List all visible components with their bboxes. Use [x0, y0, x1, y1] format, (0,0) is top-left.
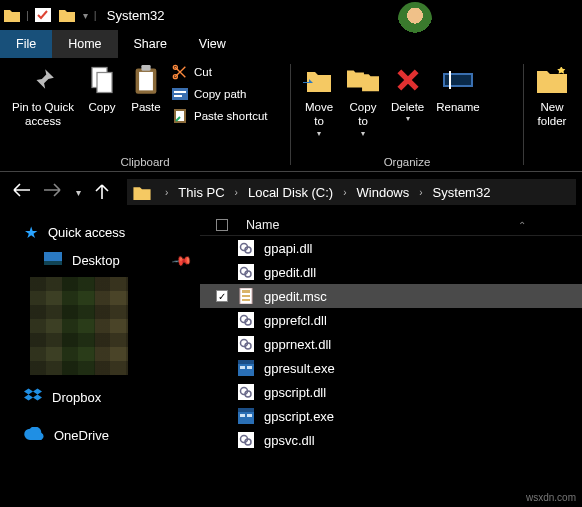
- file-row[interactable]: ✓gpedit.msc: [200, 284, 582, 308]
- new-folder-label: New folder: [538, 100, 567, 129]
- copy-to-label: Copy to: [350, 100, 377, 129]
- new-folder-button[interactable]: New folder: [530, 62, 574, 131]
- paste-label: Paste: [131, 100, 160, 114]
- ribbon: Pin to Quick access Copy Paste Cut: [0, 58, 582, 172]
- file-type-icon: [238, 360, 254, 376]
- file-row[interactable]: gpedit.dll: [200, 260, 582, 284]
- svg-rect-4: [139, 72, 153, 90]
- svg-rect-37: [247, 366, 252, 369]
- navigation-bar: ▾ › This PC › Local Disk (C:) › Windows …: [0, 172, 582, 212]
- sidebar-item-dropbox[interactable]: Dropbox: [0, 383, 200, 412]
- menu-home[interactable]: Home: [52, 30, 117, 58]
- file-row[interactable]: gpprefcl.dll: [200, 308, 582, 332]
- select-all-checkbox[interactable]: [216, 219, 228, 231]
- file-name: gpprnext.dll: [264, 337, 331, 352]
- copy-path-label: Copy path: [194, 88, 246, 100]
- file-row[interactable]: gpprnext.dll: [200, 332, 582, 356]
- chevron-right-icon[interactable]: ›: [337, 187, 352, 198]
- svg-rect-9: [174, 91, 186, 93]
- rename-button[interactable]: Rename: [430, 62, 485, 116]
- file-name: gpsvc.dll: [264, 433, 315, 448]
- menu-view[interactable]: View: [183, 30, 242, 58]
- copy-label: Copy: [89, 100, 116, 114]
- rename-icon: [442, 64, 474, 96]
- delete-button[interactable]: Delete ▾: [385, 62, 430, 126]
- row-checkbox[interactable]: ✓: [216, 290, 228, 302]
- svg-rect-36: [240, 366, 245, 369]
- qat-dropdown-icon[interactable]: ▾: [83, 10, 88, 21]
- avatar-image: [398, 2, 432, 36]
- desktop-thumbnail[interactable]: [30, 277, 128, 375]
- main-area: ★ Quick access Desktop 📌 Dropbox OneDriv…: [0, 212, 582, 507]
- move-to-button[interactable]: Move to ▾: [297, 62, 341, 141]
- onedrive-label: OneDrive: [54, 428, 109, 443]
- copy-to-button[interactable]: Copy to ▾: [341, 62, 385, 141]
- column-name[interactable]: Name: [246, 218, 279, 232]
- file-list: Name ⌃ gpapi.dllgpedit.dll✓gpedit.mscgpp…: [200, 212, 582, 507]
- folder-icon: [4, 8, 20, 22]
- paste-shortcut-label: Paste shortcut: [194, 110, 268, 122]
- copy-path-button[interactable]: Copy path: [172, 86, 268, 102]
- chevron-right-icon[interactable]: ›: [159, 187, 174, 198]
- desktop-label: Desktop: [72, 253, 120, 268]
- back-button[interactable]: [12, 183, 30, 202]
- file-type-icon: [238, 408, 254, 424]
- file-row[interactable]: gpscript.dll: [200, 380, 582, 404]
- history-dropdown-icon[interactable]: ▾: [76, 187, 81, 198]
- file-type-icon: [238, 288, 254, 304]
- svg-rect-17: [44, 261, 62, 265]
- watermark: wsxdn.com: [526, 492, 576, 503]
- svg-rect-15: [449, 71, 451, 89]
- paste-shortcut-button[interactable]: Paste shortcut: [172, 108, 268, 124]
- new-folder-icon: [536, 64, 568, 96]
- file-row[interactable]: gpapi.dll: [200, 236, 582, 260]
- file-type-icon: [238, 240, 254, 256]
- svg-rect-14: [445, 75, 471, 85]
- paste-shortcut-icon: [172, 108, 188, 124]
- file-row[interactable]: gpresult.exe: [200, 356, 582, 380]
- file-row[interactable]: gpsvc.dll: [200, 428, 582, 452]
- menu-file[interactable]: File: [0, 30, 52, 58]
- crumb-local-disk[interactable]: Local Disk (C:): [244, 185, 337, 200]
- dropbox-label: Dropbox: [52, 390, 101, 405]
- crumb-windows[interactable]: Windows: [353, 185, 414, 200]
- file-row[interactable]: gpscript.exe: [200, 404, 582, 428]
- organize-group-label: Organize: [291, 156, 523, 171]
- star-icon: ★: [24, 223, 38, 242]
- pin-label: Pin to Quick access: [12, 100, 74, 129]
- folder-quick-icon[interactable]: [59, 8, 75, 22]
- pin-quick-access-button[interactable]: Pin to Quick access: [6, 62, 80, 131]
- chevron-right-icon[interactable]: ›: [229, 187, 244, 198]
- address-bar[interactable]: › This PC › Local Disk (C:) › Windows › …: [127, 179, 576, 205]
- column-header[interactable]: Name ⌃: [200, 212, 582, 236]
- checklist-icon[interactable]: [35, 8, 51, 22]
- rename-label: Rename: [436, 100, 479, 114]
- sidebar-item-quick-access[interactable]: ★ Quick access: [0, 218, 200, 247]
- onedrive-icon: [24, 427, 44, 443]
- delete-icon: [392, 64, 424, 96]
- folder-icon: [133, 185, 151, 200]
- file-type-icon: [238, 432, 254, 448]
- up-button[interactable]: [95, 183, 109, 202]
- copy-to-icon: [347, 64, 379, 96]
- forward-button[interactable]: [44, 183, 62, 202]
- crumb-system32[interactable]: System32: [429, 185, 495, 200]
- menu-bar: File Home Share View: [0, 30, 582, 58]
- paste-icon: [130, 64, 162, 96]
- svg-rect-42: [238, 408, 254, 412]
- crumb-this-pc[interactable]: This PC: [174, 185, 228, 200]
- file-type-icon: [238, 336, 254, 352]
- paste-button[interactable]: Paste: [124, 62, 168, 116]
- chevron-right-icon[interactable]: ›: [413, 187, 428, 198]
- sidebar-item-desktop[interactable]: Desktop 📌: [0, 247, 200, 273]
- quick-access-label: Quick access: [48, 225, 125, 240]
- title-bar: | ▾ | System32: [0, 0, 582, 30]
- sidebar-item-onedrive[interactable]: OneDrive: [0, 422, 200, 448]
- qat-sep2: |: [94, 9, 97, 21]
- cut-button[interactable]: Cut: [172, 64, 268, 80]
- menu-share[interactable]: Share: [118, 30, 183, 58]
- dropbox-icon: [24, 388, 42, 407]
- move-to-icon: [303, 64, 335, 96]
- cut-label: Cut: [194, 66, 212, 78]
- copy-button[interactable]: Copy: [80, 62, 124, 116]
